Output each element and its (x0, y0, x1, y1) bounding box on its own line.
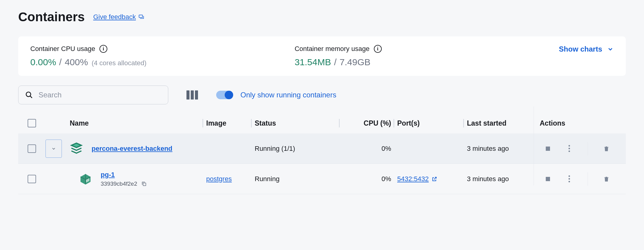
memory-used: 31.54MB (295, 57, 331, 67)
svg-point-1 (26, 92, 31, 96)
cell-cpu: 0% (343, 145, 397, 153)
cell-cpu: 0% (343, 175, 397, 183)
table-header: Name Image Status CPU (%) Port(s) Last s… (18, 113, 626, 133)
header-status[interactable]: Status (255, 119, 343, 127)
info-icon[interactable]: i (374, 45, 382, 53)
memory-label: Container memory usage (295, 45, 370, 53)
cell-status: Running (255, 175, 343, 183)
select-all-checkbox[interactable] (28, 119, 36, 127)
memory-stat: Container memory usage i 31.54MB / 7.49G… (295, 45, 559, 67)
stop-icon (546, 147, 550, 151)
stats-card: Container CPU usage i 0.00% / 400% (4 co… (18, 36, 626, 76)
row-checkbox[interactable] (28, 144, 36, 153)
more-icon (569, 145, 570, 152)
container-id: 33939cb4f2e2 (101, 181, 137, 187)
container-name-link[interactable]: pg-1 (101, 171, 115, 178)
more-button[interactable] (565, 144, 574, 153)
memory-total: 7.49GB (340, 57, 371, 67)
search-icon (25, 91, 33, 99)
port-text: 5432:5432 (397, 175, 429, 183)
running-toggle[interactable] (216, 91, 233, 99)
feedback-icon (138, 14, 144, 20)
more-icon (569, 175, 570, 182)
cell-started: 3 minutes ago (467, 145, 534, 153)
stop-button[interactable] (543, 144, 552, 153)
row-checkbox[interactable] (28, 175, 36, 183)
svg-rect-0 (139, 15, 143, 17)
trash-icon (603, 145, 610, 152)
give-feedback-link[interactable]: Give feedback (93, 13, 144, 21)
container-icon (79, 172, 92, 186)
delete-button[interactable] (602, 174, 611, 184)
header-ports[interactable]: Port(s) (397, 119, 467, 127)
toggle-label: Only show running containers (240, 91, 336, 99)
copy-icon[interactable] (141, 181, 147, 187)
chevron-down-icon (607, 46, 614, 52)
cpu-stat: Container CPU usage i 0.00% / 400% (4 co… (30, 45, 295, 67)
more-button[interactable] (565, 174, 574, 184)
external-link-icon (432, 176, 437, 182)
expand-button[interactable] (45, 140, 62, 158)
container-name-link[interactable]: percona-everest-backend (92, 145, 173, 153)
cpu-note: (4 cores allocated) (92, 59, 146, 67)
header-actions: Actions (534, 119, 626, 127)
header-name[interactable]: Name (67, 119, 206, 127)
chevron-down-icon (51, 146, 56, 151)
image-link[interactable]: postgres (206, 175, 232, 183)
header-started[interactable]: Last started (467, 119, 534, 127)
columns-button[interactable] (186, 90, 198, 100)
cell-status: Running (1/1) (255, 145, 343, 153)
port-link[interactable]: 5432:5432 (397, 175, 437, 183)
header-cpu[interactable]: CPU (%) (343, 119, 397, 127)
trash-icon (603, 176, 610, 182)
show-charts-label: Show charts (559, 45, 602, 53)
stop-button[interactable] (543, 174, 552, 184)
show-charts-button[interactable]: Show charts (559, 45, 614, 53)
search-box[interactable] (18, 86, 168, 104)
header-image[interactable]: Image (206, 119, 255, 127)
delete-button[interactable] (602, 144, 611, 153)
cpu-used: 0.00% (30, 57, 56, 67)
page-title: Containers (18, 10, 85, 24)
stack-icon (70, 142, 83, 155)
cell-started: 3 minutes ago (467, 175, 534, 183)
containers-table: Name Image Status CPU (%) Port(s) Last s… (18, 113, 626, 194)
cpu-total: 400% (65, 57, 88, 67)
stop-icon (546, 177, 550, 181)
feedback-label: Give feedback (93, 13, 136, 21)
table-row[interactable]: pg-1 33939cb4f2e2 postgres Running 0% 54… (18, 164, 626, 194)
cpu-label: Container CPU usage (30, 45, 95, 53)
table-row[interactable]: percona-everest-backend Running (1/1) 0%… (18, 133, 626, 164)
search-input[interactable] (39, 91, 161, 99)
svg-rect-2 (143, 183, 146, 186)
info-icon[interactable]: i (99, 45, 107, 53)
